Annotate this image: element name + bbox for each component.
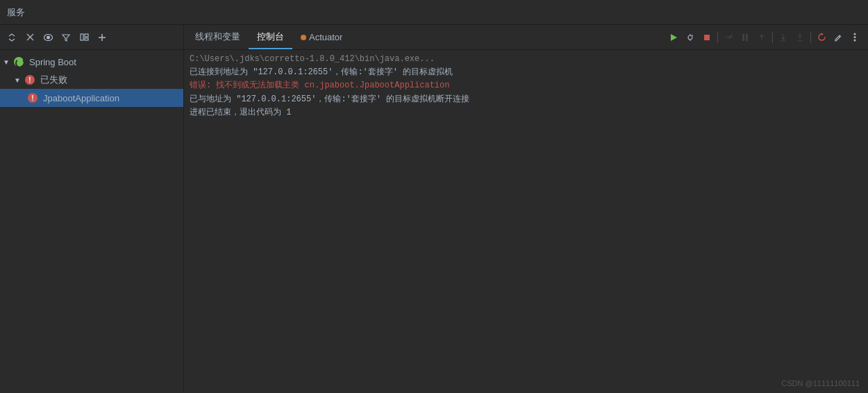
main-container: ▼ Spring Boot ▼ ! 已失败 ! JpabootApplicati… [0,25,868,393]
svg-line-13 [692,35,693,36]
svg-marker-9 [671,34,677,41]
download-button[interactable] [776,30,791,45]
chevron-spring-boot: ▼ [3,58,11,66]
svg-point-30 [854,33,856,35]
tab-area: 线程和变量 控制台 Actuator [184,25,351,49]
tree-area: ▼ Spring Boot ▼ ! 已失败 ! JpabootApplicati… [0,50,183,393]
svg-point-31 [854,36,856,38]
tab-console-label: 控制台 [257,31,284,43]
watermark-text: CSDN @11111100111 [781,379,860,387]
run-button[interactable] [666,30,681,45]
svg-rect-6 [85,38,88,40]
left-panel: ▼ Spring Boot ▼ ! 已失败 ! JpabootApplicati… [0,25,184,393]
jpaboot-label: JpabootApplication [43,93,119,103]
svg-rect-18 [742,34,744,41]
svg-rect-5 [85,34,88,37]
watermark: CSDN @11111100111 [781,379,860,387]
tab-threads-vars[interactable]: 线程和变量 [187,25,249,49]
jpaboot-error-icon: ! [28,93,37,103]
eye-button[interactable] [40,30,56,45]
left-toolbar [0,25,183,50]
failed-label: 已失败 [40,74,67,86]
svg-rect-14 [704,35,710,40]
filter-button[interactable] [58,30,74,45]
svg-point-3 [47,36,49,39]
tree-item-failed[interactable]: ▼ ! 已失败 [0,71,183,89]
actuator-dot-icon [301,35,306,40]
tree-item-jpaboot[interactable]: ! JpabootApplication [0,89,183,107]
svg-marker-28 [821,33,824,36]
pause-button[interactable] [737,30,753,45]
stop-button[interactable] [699,30,715,45]
close-button[interactable] [22,30,37,45]
console-line-1: 已连接到地址为 "127.0.0.1:2655'，传输:'套接字' 的目标虚拟机 [190,66,862,79]
more-options-button[interactable] [847,30,862,45]
tab-actuator[interactable]: Actuator [292,25,351,49]
title-bar: 服务 [0,0,868,25]
svg-marker-26 [798,34,802,36]
console-line-3: 已与地址为 "127.0.0.1:2655'，传输:'套接字' 的目标虚拟机断开… [190,93,862,106]
upload-button[interactable] [792,30,808,45]
separator-1 [717,32,718,43]
separator-2 [772,32,773,43]
right-panel: 线程和变量 控制台 Actuator [184,25,868,393]
right-toolbar: 线程和变量 控制台 Actuator [184,25,868,50]
spring-boot-icon [14,57,24,67]
spring-boot-label: Spring Boot [29,57,76,67]
add-service-button[interactable] [94,30,110,45]
console-line-5: 进程已结束，退出代码为 1 [190,106,862,119]
tab-console[interactable]: 控制台 [249,25,292,49]
layout-button[interactable] [76,30,92,45]
svg-point-32 [854,40,856,42]
step-over-button[interactable] [721,30,736,45]
svg-marker-21 [760,34,764,37]
action-buttons-area [660,30,868,45]
title-label: 服务 [7,6,25,19]
failed-error-icon: ! [25,75,35,85]
svg-marker-23 [781,37,785,40]
console-line-0: C:\Users\.jdks\corretto-1.8.0_412\bin\ja… [190,53,862,66]
reload-button[interactable] [814,30,829,45]
console-area[interactable]: C:\Users\.jdks\corretto-1.8.0_412\bin\ja… [184,50,868,393]
tab-threads-vars-label: 线程和变量 [195,31,240,43]
svg-line-29 [839,36,840,37]
separator-3 [810,32,811,43]
svg-rect-19 [746,34,748,41]
resume-up-button[interactable] [754,30,769,45]
tab-actuator-label: Actuator [309,32,342,42]
tree-item-spring-boot[interactable]: ▼ Spring Boot [0,53,183,71]
collapse-all-button[interactable] [4,30,19,45]
debug-button[interactable] [683,30,698,45]
console-line-2: 错误: 找不到或无法加载主类 cn.jpaboot.JpabootApplica… [190,79,862,92]
edit-button[interactable] [831,30,846,45]
svg-rect-4 [81,34,83,40]
chevron-failed: ▼ [14,76,22,84]
